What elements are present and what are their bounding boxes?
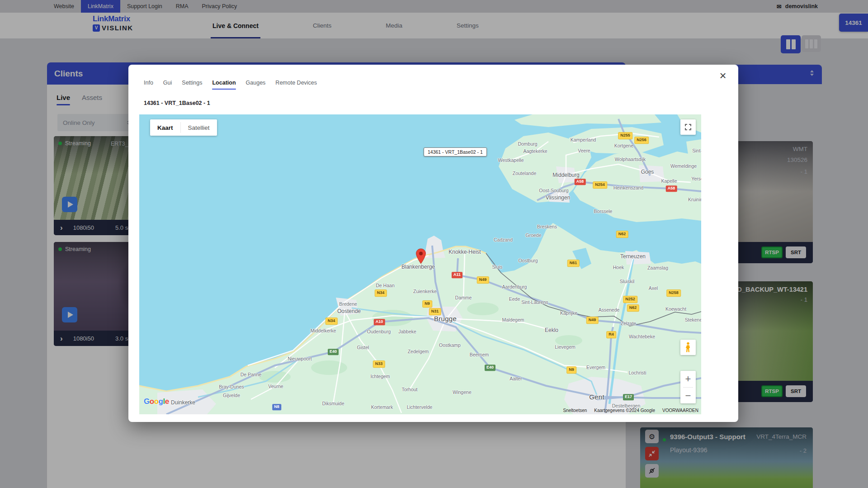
- road-badge: N8: [272, 404, 281, 410]
- marker-tooltip: 14361 - VRT_1Base02 - 1: [424, 147, 487, 156]
- road-badge: N33: [373, 360, 385, 368]
- map-place-label: Oudenburg: [367, 329, 391, 334]
- map-place-label: Veurne: [268, 384, 283, 389]
- close-button[interactable]: ×: [717, 69, 729, 82]
- map-place-label: Lochristi: [628, 370, 646, 375]
- map-copyright: Kaartgegevens ©2024 Google: [594, 408, 655, 413]
- google-logo[interactable]: Google: [144, 397, 169, 406]
- map-place-label: Beernem: [470, 352, 489, 357]
- map-place-label: Brugge: [434, 315, 457, 322]
- road-badge: N49: [586, 317, 599, 324]
- map-place-label: Aagtekerke: [523, 148, 547, 154]
- map-place-label: Kruiningen: [688, 197, 701, 202]
- google-logo-letter: o: [154, 397, 159, 406]
- map-place-label: Duinkerke: [171, 399, 195, 406]
- map-place-label: Gistel: [357, 345, 369, 350]
- map-place-label: Ichtegem: [370, 374, 390, 379]
- map-place-label: Kortemark: [371, 404, 393, 410]
- map-place-label: Sint-Laurens: [521, 299, 548, 305]
- map-place-label: Jabbeke: [398, 329, 416, 334]
- map-place-label: Wolphaartsdijk: [615, 156, 646, 162]
- map-place-label: Lievegem: [555, 344, 576, 350]
- road-badge: N61: [567, 260, 580, 267]
- fullscreen-button[interactable]: [680, 119, 696, 135]
- map-marker-pin: [415, 248, 426, 266]
- road-badge: N254: [593, 181, 607, 189]
- zoom-in-button[interactable]: +: [680, 371, 696, 387]
- modal-tab[interactable]: Remote Devices: [275, 80, 317, 90]
- map-place-label: Zoutelande: [513, 171, 537, 176]
- map-place-label: Axel: [649, 285, 658, 291]
- map-place-label: Yerseke: [691, 176, 701, 181]
- road-badge: A58: [575, 179, 586, 185]
- map-place-label: Wachtebeke: [629, 334, 655, 339]
- map-place-label: Middelburg: [552, 172, 579, 178]
- map-place-label: Westkapelle: [498, 157, 524, 163]
- map-place-label: Oostburg: [518, 258, 538, 263]
- map-place-label: Bredene: [339, 301, 357, 307]
- map-place-label: Oostende: [337, 308, 361, 314]
- road-badge: A11: [452, 272, 462, 278]
- google-logo-letter: o: [150, 397, 154, 406]
- map-attribution: Sneltoetsen Kaartgegevens ©2024 Google V…: [563, 408, 698, 413]
- modal-tab[interactable]: Settings: [182, 80, 202, 90]
- map-place-label: Bray-Dunes: [219, 384, 244, 389]
- map-place-label: Cadzand: [494, 237, 513, 242]
- map-place-label: Wemeldinge: [670, 163, 697, 169]
- road-badge: N31: [429, 308, 441, 315]
- road-badge: N9: [422, 300, 432, 308]
- modal-tabs: InfoGuiSettingsLocationGaugesRemote Devi…: [144, 80, 317, 90]
- map-place-label: Heinkenszand: [613, 185, 644, 190]
- map-place-label: Koewacht: [665, 306, 686, 312]
- terms-link[interactable]: VOORWAARDEN: [662, 408, 698, 413]
- street-view-pegman[interactable]: [680, 340, 696, 355]
- map-place-label: Wingene: [453, 389, 471, 395]
- road-badge: E40: [328, 349, 339, 355]
- map-place-label: Kamperland: [571, 137, 596, 142]
- zoom-control: + −: [680, 371, 696, 403]
- map-place-label: De Haan: [376, 283, 394, 288]
- map-place-label: Assenede: [599, 307, 620, 313]
- road-badge: N9: [566, 366, 576, 374]
- modal-tab[interactable]: Location: [212, 80, 236, 90]
- road-badge: N255: [618, 132, 632, 139]
- road-badge: N49: [477, 276, 489, 284]
- map-place-label: Borssele: [594, 208, 613, 214]
- google-map[interactable]: DomburgKamperlandAagtekerkeVeereKortgene…: [139, 114, 701, 414]
- map-place-label: Lichtervelde: [407, 404, 433, 410]
- map-place-label: Zaamslag: [647, 265, 668, 270]
- road-badge: N34: [375, 289, 387, 297]
- zoom-out-button[interactable]: −: [680, 388, 696, 404]
- map-place-label: Kapelle: [661, 178, 677, 184]
- road-badge: A58: [666, 185, 677, 192]
- google-logo-letter: e: [165, 397, 169, 406]
- map-place-label: Sint-: [692, 148, 701, 153]
- device-location-modal: × InfoGuiSettingsLocationGaugesRemote De…: [128, 65, 738, 422]
- map-place-label: Stekene: [685, 317, 701, 322]
- modal-tab[interactable]: Gauges: [246, 80, 266, 90]
- map-place-label: Torhout: [401, 387, 417, 392]
- fullscreen-icon: [684, 123, 692, 131]
- map-place-label: Eeklo: [545, 327, 558, 333]
- road-badge: N258: [666, 289, 681, 297]
- modal-tab[interactable]: Info: [144, 80, 153, 90]
- map-type-satelliet-button[interactable]: Satelliet: [181, 119, 217, 136]
- road-badge: N62: [616, 231, 628, 238]
- map-place-label: Maldegem: [502, 317, 524, 322]
- map-place-label: Groede: [525, 232, 541, 238]
- road-badge: R4: [606, 331, 616, 338]
- pegman-icon: [684, 342, 692, 353]
- modal-tab[interactable]: Gui: [163, 80, 172, 90]
- map-type-kaart-button[interactable]: Kaart: [150, 119, 180, 136]
- map-place-label: Eede: [509, 296, 520, 302]
- map-place-label: Gent: [589, 393, 604, 401]
- map-place-label: Zedelgem: [408, 349, 429, 354]
- keyboard-shortcuts-link[interactable]: Sneltoetsen: [563, 408, 587, 413]
- map-place-label: Gijvelde: [223, 393, 240, 398]
- map-place-label: Hoek: [613, 265, 624, 270]
- device-title: 14361 - VRT_1Base02 - 1: [144, 100, 210, 106]
- map-place-label: Breskens: [537, 224, 557, 229]
- map-place-label: Diksmuide: [322, 401, 344, 406]
- map-place-label: De Panne: [241, 372, 262, 377]
- road-badge: N256: [634, 137, 649, 144]
